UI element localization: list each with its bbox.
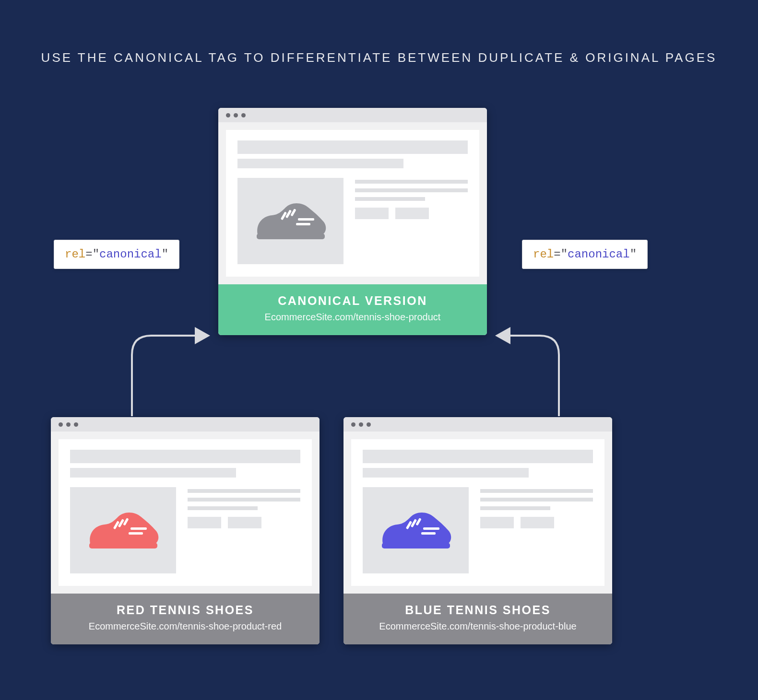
arrow-right-icon <box>499 336 559 416</box>
svg-rect-6 <box>89 543 157 548</box>
card-url: EcommerceSite.com/tennis-shoe-product-bl… <box>348 621 607 632</box>
window-dot-icon <box>74 422 78 427</box>
window-dot-icon <box>351 422 355 427</box>
tag-attr: rel <box>65 248 85 261</box>
window-title-bar <box>51 417 320 432</box>
card-url: EcommerceSite.com/tennis-shoe-product <box>223 312 482 323</box>
svg-rect-1 <box>298 218 314 221</box>
product-thumbnail <box>237 178 343 264</box>
svg-rect-12 <box>382 543 450 548</box>
tag-eq: = <box>85 248 92 261</box>
svg-rect-7 <box>130 527 147 530</box>
window-dot-icon <box>226 113 230 117</box>
tag-eq: = <box>554 248 560 261</box>
card-footer: BLUE TENNIS SHOES EcommerceSite.com/tenn… <box>343 594 612 644</box>
tag-quote: " <box>630 248 637 261</box>
shoe-icon <box>252 197 329 245</box>
card-footer: CANONICAL VERSION EcommerceSite.com/tenn… <box>218 284 487 335</box>
page-skeleton <box>351 439 604 586</box>
shoe-icon <box>377 506 454 554</box>
product-thumbnail <box>70 487 176 573</box>
product-thumbnail <box>363 487 469 573</box>
arrow-left-icon <box>132 336 206 416</box>
tag-quote: " <box>561 248 568 261</box>
card-heading: CANONICAL VERSION <box>223 294 482 308</box>
window-dot-icon <box>234 113 238 117</box>
card-footer: RED TENNIS SHOES EcommerceSite.com/tenni… <box>51 594 320 644</box>
shoe-icon <box>84 506 161 554</box>
svg-rect-8 <box>129 532 143 535</box>
tag-quote: " <box>162 248 168 261</box>
card-red: RED TENNIS SHOES EcommerceSite.com/tenni… <box>51 417 320 644</box>
window-dot-icon <box>241 113 246 117</box>
svg-rect-0 <box>257 233 325 239</box>
tag-value: canonical <box>568 248 630 261</box>
svg-rect-13 <box>423 527 439 530</box>
window-dot-icon <box>59 422 63 427</box>
window-dot-icon <box>367 422 371 427</box>
card-heading: RED TENNIS SHOES <box>56 603 315 617</box>
tag-value: canonical <box>99 248 162 261</box>
window-title-bar <box>218 108 487 122</box>
card-blue: BLUE TENNIS SHOES EcommerceSite.com/tenn… <box>343 417 612 644</box>
card-url: EcommerceSite.com/tennis-shoe-product-re… <box>56 621 315 632</box>
tag-label-left: rel="canonical" <box>54 240 179 269</box>
window-dot-icon <box>66 422 71 427</box>
window-dot-icon <box>359 422 363 427</box>
card-heading: BLUE TENNIS SHOES <box>348 603 607 617</box>
page-skeleton <box>226 130 479 277</box>
window-title-bar <box>343 417 612 432</box>
tag-quote: " <box>93 248 99 261</box>
page-skeleton <box>59 439 312 586</box>
tag-attr: rel <box>533 248 554 261</box>
svg-rect-2 <box>296 223 310 225</box>
svg-rect-14 <box>421 532 436 535</box>
tag-label-right: rel="canonical" <box>522 240 648 269</box>
card-canonical: CANONICAL VERSION EcommerceSite.com/tenn… <box>218 108 487 335</box>
